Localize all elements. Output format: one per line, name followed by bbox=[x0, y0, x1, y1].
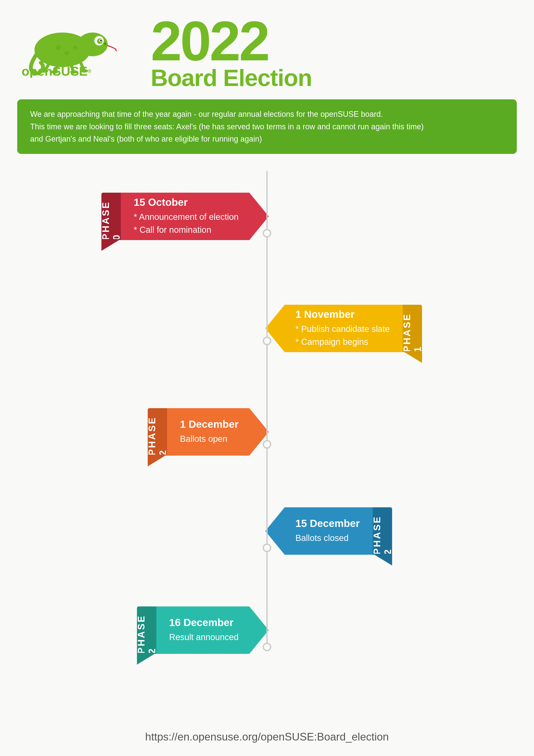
phase2a-banner: PHASE 2 1 December Ballots open bbox=[148, 408, 269, 456]
timeline-line bbox=[267, 171, 267, 645]
info-text-2: This time we are looking to fill three s… bbox=[30, 121, 504, 133]
phase2b-banner: 15 December Ballots closed PHASE 2 bbox=[265, 507, 392, 555]
phase0-date: 15 October bbox=[134, 196, 239, 208]
svg-point-14 bbox=[104, 43, 106, 45]
timeline-dot-1 bbox=[263, 337, 271, 345]
footer-url: https://en.opensuse.org/openSUSE:Board_e… bbox=[145, 731, 389, 743]
phase1-banner: 1 November * Publish candidate slate * C… bbox=[265, 305, 422, 352]
phase1-date: 1 November bbox=[295, 309, 390, 320]
timeline-dot-0 bbox=[263, 229, 271, 237]
svg-point-17 bbox=[73, 46, 77, 50]
phase0-bullet1: * Announcement of election bbox=[134, 210, 239, 223]
timeline: PHASE 0 15 October * Announcement of ele… bbox=[0, 171, 534, 645]
phase2a-bullet1: Ballots open bbox=[180, 432, 239, 445]
phase1-bullet2: * Campaign begins bbox=[295, 335, 390, 348]
board-election-title: Board Election bbox=[151, 65, 312, 91]
year-title: 2022 bbox=[151, 13, 268, 69]
phase2a-date: 1 December bbox=[180, 418, 239, 430]
phase1-bullet1: * Publish candidate slate bbox=[295, 322, 390, 335]
svg-text:openSUSE®: openSUSE® bbox=[21, 64, 91, 78]
footer: https://en.opensuse.org/openSUSE:Board_e… bbox=[0, 731, 534, 743]
title-area: 2022 Board Election bbox=[151, 13, 312, 91]
phase2b-date: 15 December bbox=[295, 517, 360, 529]
svg-point-1 bbox=[78, 33, 108, 56]
svg-point-5 bbox=[100, 40, 102, 41]
timeline-dot-4 bbox=[263, 643, 271, 651]
phase2b-bullet1: Ballots closed bbox=[295, 531, 360, 544]
phase0-bullet2: * Call for nomination bbox=[134, 223, 239, 236]
info-text-3: and Gertjan's and Neal's (both of who ar… bbox=[30, 133, 504, 145]
svg-point-16 bbox=[64, 51, 69, 55]
info-text-1: We are approaching that time of the year… bbox=[30, 108, 504, 121]
header: openSUSE® 2022 Board Election bbox=[0, 0, 534, 99]
phase2c-banner: PHASE 2 16 December Result announced bbox=[137, 607, 269, 654]
opensuse-logo: openSUSE® bbox=[17, 26, 129, 78]
phase2c-bullet1: Result announced bbox=[169, 631, 239, 643]
timeline-dot-2 bbox=[263, 440, 271, 449]
phase2b-label: PHASE 2 bbox=[368, 507, 396, 555]
timeline-dot-3 bbox=[263, 544, 271, 552]
phase0-banner: PHASE 0 15 October * Announcement of ele… bbox=[101, 193, 269, 240]
phase1-label: PHASE 1 bbox=[398, 305, 426, 352]
info-box: We are approaching that time of the year… bbox=[17, 99, 517, 154]
svg-point-15 bbox=[56, 45, 61, 50]
phase2c-date: 16 December bbox=[169, 617, 239, 629]
